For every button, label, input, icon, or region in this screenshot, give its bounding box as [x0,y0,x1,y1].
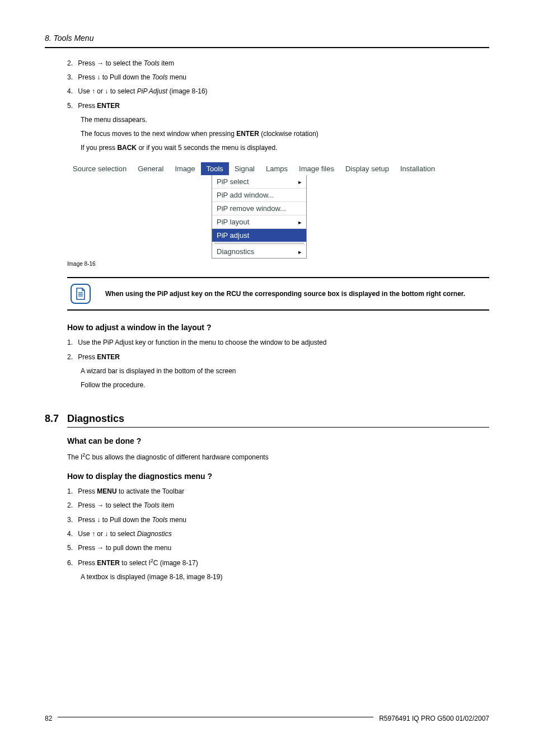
step-text: Use ↑ or ↓ to select [78,530,137,538]
diag-step-2: 2. Press → to select the Tools item [67,500,489,511]
page-number: 82 [45,715,52,722]
step-em: PiP Adjust [137,87,167,95]
step-text: menu [168,516,186,524]
footer-rule [58,717,373,717]
step-num: 3. [67,515,76,525]
page-footer: 82 R5976491 IQ PRO G500 01/02/2007 [45,715,489,722]
section-rule [67,427,489,428]
step-text: Press → to pull down the menu [78,544,171,552]
step-text: Press → to select the [78,59,143,67]
note-rule-bottom [67,309,489,311]
menubar-item-signal[interactable]: Signal [229,162,260,175]
step-5-sub2: The focus moves to the next window when … [81,129,489,139]
step-num: 4. [67,529,76,539]
menubar: Source selection General Image Tools Sig… [67,161,489,176]
section-number: 8.7 [45,413,67,425]
subheading-what-can-be-done: What can be done ? [67,436,489,445]
step-text: Press ↓ to Pull down the [78,516,152,524]
step-bold: ENTER [97,559,120,567]
step-bold: ENTER [97,102,120,110]
adjust-step-2-sub1: A wizard bar is displayed in the bottom … [81,366,489,377]
step-em: Diagnostics [137,530,172,538]
diag-step-3: 3. Press ↓ to Pull down the Tools menu [67,515,489,525]
step-num: 5. [67,101,76,111]
header-rule [45,47,489,48]
step-text: C (image 8-17) [153,559,198,567]
note-box: When using the PiP adjust key on the RCU… [67,277,489,311]
text: or if you wait 5 seconds the menu is dis… [137,144,277,152]
main-content: 2. Press → to select the Tools item 3. P… [67,58,489,583]
label: PiP select [217,177,249,186]
diag-paragraph: The I2C bus allows the diagnostic of dif… [67,451,489,463]
menubar-item-tools[interactable]: Tools [201,162,229,175]
step-bold: MENU [97,487,116,495]
step-text: menu [168,73,186,81]
submenu-arrow-icon [298,247,302,256]
diag-step-5: 5. Press → to pull down the menu [67,543,489,553]
document-icon [75,288,86,300]
step-text: Press ↓ to Pull down the [78,73,152,81]
subheading-how-to-display-diagnostics: How to display the diagnostics menu ? [67,472,489,481]
text: (clockwise rotation) [259,130,318,138]
step-num: 1. [67,486,76,497]
step-text: Press [78,487,97,495]
step-4: 4. Use ↑ or ↓ to select PiP Adjust (imag… [67,86,489,97]
step-text: Use ↑ or ↓ to select [78,87,137,95]
step-num: 3. [67,72,76,83]
dropdown-item-pip-adjust[interactable]: PiP adjust [212,228,306,242]
menubar-item-image-files[interactable]: Image files [293,162,340,175]
bold: BACK [117,144,137,152]
dropdown-item-pip-add-window[interactable]: PiP add window... [212,188,306,201]
note-icon [71,284,91,304]
step-bold: ENTER [97,353,120,361]
step-5: 5. Press ENTER [67,101,489,111]
step-num: 6. [67,558,76,569]
step-num: 1. [67,337,76,348]
dropdown-item-pip-select[interactable]: PiP select [212,175,306,188]
label: PiP add window... [217,191,274,199]
submenu-arrow-icon [298,218,302,226]
note-text: When using the PiP adjust key on the RCU… [105,289,489,299]
step-em: Tools [152,516,167,524]
submenu-arrow-icon [298,177,302,186]
step-text: Press [78,102,97,110]
subheading-adjust-window: How to adjust a window in the layout ? [67,323,489,332]
diag-step-6: 6. Press ENTER to select I2C (image 8-17… [67,557,489,569]
adjust-step-2-sub2: Follow the procedure. [81,380,489,391]
diag-step-1: 1. Press MENU to activate the Toolbar [67,486,489,497]
text: C bus allows the diagnostic of different… [85,453,268,461]
menubar-item-image[interactable]: Image [169,162,200,175]
section-heading: 8.7 Diagnostics [67,413,489,425]
step-text: to activate the Toolbar [117,487,185,495]
adjust-step-1: 1. Use the PiP Adjust key or function in… [67,337,489,348]
dropdown-item-diagnostics[interactable]: Diagnostics [212,245,306,258]
label: PiP layout [217,218,249,226]
step-em: Tools [152,73,167,81]
section-title: Diagnostics [67,413,124,425]
menubar-item-general[interactable]: General [132,162,169,175]
step-text: (image 8-16) [167,87,207,95]
adjust-step-2: 2. Press ENTER [67,352,489,363]
step-5-sub1: The menu dissapears. [81,115,489,125]
dropdown-item-pip-remove-window[interactable]: PiP remove window... [212,201,306,215]
label: Diagnostics [217,247,254,256]
menubar-item-source-selection[interactable]: Source selection [67,162,132,175]
step-em: Tools [144,501,160,509]
menubar-item-installation[interactable]: Installation [395,162,441,175]
text: The focus moves to the next window when … [81,130,236,138]
dropdown-item-pip-layout[interactable]: PiP layout [212,215,306,228]
dropdown-divider [214,243,304,243]
step-text: item [160,59,174,67]
step-num: 2. [67,500,76,511]
text: The I [67,453,82,461]
step-text: Press [78,353,97,361]
menubar-item-lamps[interactable]: Lamps [260,162,293,175]
step-text: Use the PiP Adjust key or function in th… [78,339,326,346]
step-2: 2. Press → to select the Tools item [67,58,489,69]
step-text: item [160,501,174,509]
text: If you press [81,144,117,152]
menu-figure: Source selection General Image Tools Sig… [67,161,489,259]
step-num: 2. [67,352,76,363]
menubar-item-display-setup[interactable]: Display setup [340,162,395,175]
figure-caption: Image 8-16 [67,261,489,267]
